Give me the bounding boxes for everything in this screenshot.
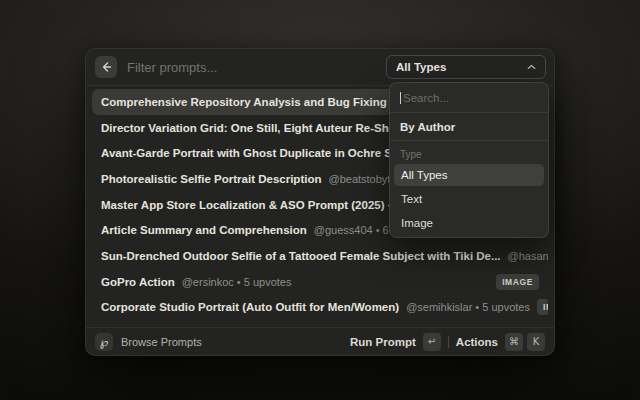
run-prompt-button[interactable]: Run Prompt bbox=[350, 336, 416, 348]
type-filter-dropdown: Search... By Author Type All Types Text … bbox=[389, 82, 549, 238]
prompt-meta: @ersinkoc • 5 upvotes bbox=[182, 276, 292, 288]
dropdown-item-by-author[interactable]: By Author bbox=[390, 113, 548, 141]
prompt-title: Photorealistic Selfie Portrait Descripti… bbox=[101, 173, 321, 185]
prompt-row[interactable]: GoPro Action @ersinkoc • 5 upvotes IMAGE bbox=[92, 269, 548, 295]
prompt-title: Sun-Drenched Outdoor Selfie of a Tattooe… bbox=[101, 250, 501, 262]
dropdown-option[interactable]: Text bbox=[394, 188, 544, 210]
prompt-title: Article Summary and Comprehension bbox=[101, 224, 307, 236]
dropdown-option[interactable]: Video bbox=[394, 236, 544, 238]
type-filter-value: All Types bbox=[396, 61, 446, 73]
dropdown-search-input[interactable]: Search... bbox=[390, 83, 548, 113]
prompt-row[interactable]: Sun-Drenched Outdoor Selfie of a Tattooe… bbox=[92, 243, 548, 269]
footer-divider bbox=[448, 336, 449, 348]
prompt-meta: @hasangariban • 5 upvotes bbox=[508, 250, 548, 262]
type-filter-select[interactable]: All Types bbox=[386, 55, 546, 79]
prompt-row[interactable]: Corporate Studio Portrait (Auto Outfit f… bbox=[92, 295, 548, 321]
text-cursor bbox=[400, 92, 401, 104]
actions-button[interactable]: Actions bbox=[456, 336, 498, 348]
prompt-type-badge: IMAGE bbox=[496, 274, 539, 290]
dropdown-option[interactable]: All Types bbox=[394, 164, 544, 186]
key-badge: K bbox=[527, 333, 545, 351]
prompt-title: Avant-Garde Portrait with Ghost Duplicat… bbox=[101, 147, 420, 159]
prompts-logo-icon: ℘ bbox=[95, 333, 113, 351]
header-bar: All Types bbox=[86, 49, 554, 86]
dropdown-search-placeholder: Search... bbox=[403, 92, 449, 104]
key-badge: ⌘ bbox=[505, 333, 523, 351]
prompt-meta: @semihkislar • 5 upvotes bbox=[406, 301, 530, 313]
prompt-type-badge: IMAGE bbox=[537, 299, 548, 315]
enter-key-badge: ↵ bbox=[423, 333, 441, 351]
prompt-title: GoPro Action bbox=[101, 276, 175, 288]
footer-bar: ℘ Browse Prompts Run Prompt ↵ Actions ⌘ … bbox=[86, 327, 554, 355]
actions-key-badges: ⌘ K bbox=[505, 333, 545, 351]
dropdown-option[interactable]: Image bbox=[394, 212, 544, 234]
chevron-up-icon bbox=[527, 64, 536, 70]
footer-app-label: Browse Prompts bbox=[121, 336, 202, 348]
prompt-title: Corporate Studio Portrait (Auto Outfit f… bbox=[101, 301, 399, 313]
footer-actions: Run Prompt ↵ Actions ⌘ K bbox=[350, 333, 545, 351]
prompt-title: Director Variation Grid: One Still, Eigh… bbox=[101, 122, 413, 134]
arrow-left-icon bbox=[100, 61, 112, 73]
dropdown-options: All Types Text Image Video bbox=[390, 164, 548, 238]
back-button[interactable] bbox=[95, 56, 117, 78]
filter-prompts-input[interactable] bbox=[127, 60, 376, 75]
dropdown-section-label: Type bbox=[390, 141, 548, 164]
prompt-browser-window: All Types Comprehensive Repository Analy… bbox=[85, 48, 555, 356]
